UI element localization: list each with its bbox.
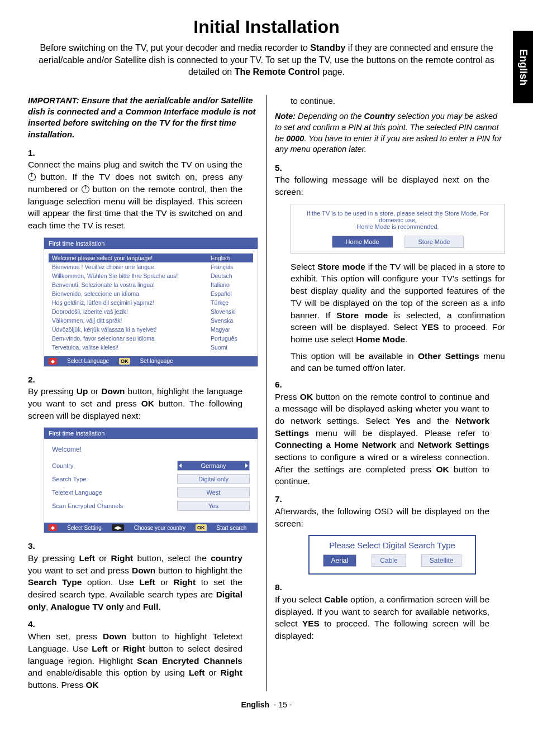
satellite-button: Satellite	[421, 554, 462, 567]
step-5-continued-a: Select Store mode if the TV will be plac…	[291, 261, 505, 346]
ok-badge: OK	[119, 358, 130, 365]
step-1: 1. Connect the mains plug and switch the…	[28, 147, 258, 232]
language-row: Welcome please select your language!Engl…	[49, 253, 253, 262]
power-icon	[28, 173, 36, 181]
mode-message-figure: If the TV is to be used in a store, plea…	[291, 204, 505, 254]
intro-paragraph: Before switching on the TV, put your dec…	[28, 42, 505, 78]
language-menu-figure: First time installation Welcome please s…	[44, 237, 258, 367]
home-mode-button: Home Mode	[332, 236, 393, 248]
language-row: Benvenuti, Selezionate la vostra lingua!…	[49, 280, 253, 289]
country-menu-figure: First time installation Welcome! Country…	[44, 427, 258, 533]
setting-row: Teletext LanguageWest	[49, 486, 253, 499]
step-5: 5. The following message will be display…	[275, 162, 505, 198]
step-2: 2. By pressing Up or Down button, highli…	[28, 374, 258, 422]
language-row: Bienvenido, seleccione un idiomaEspañol	[49, 289, 253, 298]
setting-row: CountryGermany	[49, 459, 253, 472]
page-title: Initial Installation	[28, 17, 505, 37]
aerial-button: Aerial	[323, 554, 357, 567]
fig1-title: First time installation	[44, 238, 258, 249]
ok-badge: OK	[196, 524, 207, 531]
language-row: Dobrodošli, izberite vaš jezik!Slovenski	[49, 307, 253, 316]
nav-badge: ◆	[49, 358, 57, 365]
search-type-figure: Please Select Digital Search Type Aerial…	[308, 535, 476, 575]
pin-note: Note: Depending on the Country selection…	[275, 111, 505, 155]
power-icon	[82, 185, 89, 193]
nav-badge: ◆	[49, 524, 57, 531]
step-3: 3. By pressing Left or Right button, sel…	[28, 540, 258, 613]
language-row: Bienvenue ! Veuillez choisir une langue.…	[49, 262, 253, 271]
language-row: Bem-vindo, favor selecionar seu idiomaPo…	[49, 334, 253, 343]
language-row: Willkommen, Wählen Sie bitte Ihre Sprach…	[49, 271, 253, 280]
lr-badge: ◀▶	[112, 524, 124, 531]
page-footer: English - 15 -	[28, 700, 505, 709]
side-tab-text: English	[517, 49, 529, 85]
step-4-continued: to continue.	[291, 95, 505, 107]
important-notice: IMPORTANT: Ensure that the aerial/cable …	[28, 95, 258, 140]
setting-row: Search TypeDigital only	[49, 472, 253, 486]
language-row: Hoş geldiniz, lütfen dil seçimini yapını…	[49, 298, 253, 307]
setting-row: Scan Encrypted ChannelsYes	[49, 499, 253, 513]
step-4: 4. When set, press Down button to highli…	[28, 618, 258, 691]
language-row: Tervetuloa, valitse kielesi!Suomi	[49, 343, 253, 352]
step-6: 6. Press OK button on the remote control…	[275, 379, 505, 487]
cable-button: Cable	[372, 554, 406, 567]
step-5-continued-b: This option will be available in Other S…	[291, 350, 505, 374]
step-7: 7. Afterwards, the following OSD will be…	[275, 493, 505, 529]
language-row: Üdvözöljük, kérjük válassza ki a nyelvet…	[49, 325, 253, 334]
language-row: Välkommen, välj ditt språk!Svenska	[49, 316, 253, 325]
language-side-tab: English	[513, 31, 533, 103]
store-mode-button: Store Mode	[404, 236, 464, 248]
fig2-title: First time installation	[44, 428, 258, 439]
step-8: 8. If you select Cable option, a confirm…	[275, 581, 505, 642]
